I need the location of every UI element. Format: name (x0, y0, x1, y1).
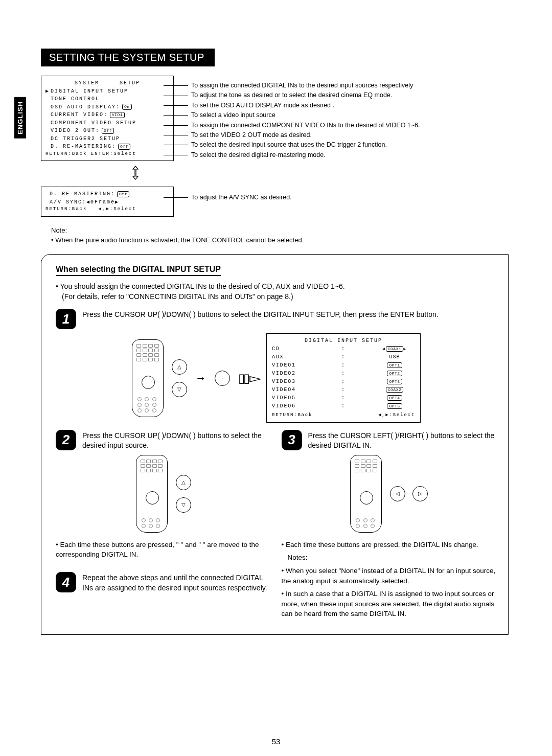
step-3-note-1: • Each time these buttons are pressed, t… (282, 540, 497, 550)
di-value-tag: OPT4 (387, 395, 402, 401)
description-line: To set the VIDEO 2 OUT mode as desired. (191, 130, 312, 140)
di-title: DIGITAL INPUT SETUP (272, 337, 415, 345)
description-line: To adjust the tone as desired or to sele… (191, 90, 392, 100)
osd-menu-line: TONE CONTROL (45, 95, 169, 103)
osd-menu-line: DC TRIGGER2 SETUP (45, 135, 169, 143)
di-row: VIDEO3:OPT3 (272, 378, 415, 386)
step-3-graphics: ◁ ▷ (282, 455, 497, 533)
di-row: AUX:USB (272, 353, 415, 361)
language-tab: ENGLISH (14, 97, 26, 139)
osd2-footer: RETURN:Back ◀,▶:Select (45, 206, 169, 213)
digital-input-osd: DIGITAL INPUT SETUP CD:◀COAX1▶AUX:USBVID… (266, 333, 421, 422)
di-footer-right: ◀,▶:Select (378, 411, 415, 419)
step-1-graphics: △ ▽ → ▫ ▯▯▻ DIGITAL INPUT SETUP CD:◀COAX… (56, 333, 497, 422)
di-row: VIDEO2:OPT2 (272, 370, 415, 378)
digital-input-setup-frame: When selecting the DIGITAL INPUT SETUP •… (41, 254, 509, 635)
di-row: CD:◀COAX1▶ (272, 345, 415, 353)
left-right-buttons-icon: ◁ ▷ (390, 486, 428, 501)
osd-popup-icon: ▯▯▻ (238, 371, 258, 385)
step-4-text: Repeat the above steps and until the con… (82, 572, 271, 593)
description-line: To assign the connected COMPONENT VIDEO … (191, 121, 420, 130)
osd-menu-line: D. RE-MASTERING:Off (45, 143, 169, 151)
step-3-note-3: • In such a case that a DIGITAL IN is as… (282, 589, 497, 619)
section-title-box: SETTING THE SYSTEM SETUP (41, 49, 215, 66)
di-row: VIDEO4:COAX2 (272, 386, 415, 394)
step-2: 2 Press the CURSOR UP( )/DOWN( ) buttons… (56, 430, 271, 451)
description-line: To assign the connected DIGITAL INs to t… (191, 81, 413, 90)
di-value-tag: COAX2 (386, 387, 404, 393)
intro-line-1: • You should assign the connected DIGITA… (56, 282, 345, 290)
note-text: • When the pure audio function is activa… (51, 236, 509, 245)
di-row: VIDEO1:OPT1 (272, 361, 415, 370)
osd-menu-line: ▶DIGITAL INPUT SETUP (45, 87, 169, 96)
osd-value-tag: Off (118, 144, 130, 150)
page-number: 53 (0, 737, 552, 746)
enter-button-icon: ▫ (215, 371, 230, 386)
arrow-right-icon: → (195, 372, 206, 385)
up-down-buttons-icon: △ ▽ (172, 359, 187, 397)
step-1-text: Press the CURSOR UP( )/DOWN( ) buttons t… (82, 309, 497, 320)
step-2-graphics: △ ▽ (56, 455, 271, 533)
desc-av-sync: To adjust the A/V SYNC as desired. (191, 193, 292, 202)
osd-title: SYSTEM SETUP (45, 79, 169, 87)
osd-menu-line: VIDEO 2 OUT:Off (45, 127, 169, 135)
description-line: To select a video input source (191, 110, 275, 120)
step-2-note: • Each time these buttons are pressed, "… (56, 540, 271, 560)
description-line: To select the desired input source that … (191, 140, 387, 150)
description-line: To select the desired digital re-masteri… (191, 150, 326, 160)
di-value-tag: OPT3 (387, 379, 402, 384)
descriptions-column: To assign the connected DIGITAL INs to t… (174, 76, 509, 202)
step-badge-1: 1 (56, 309, 76, 329)
osd-menu-line: D. RE-MASTERING:Off (45, 190, 169, 198)
di-value-tag: OPT5 (387, 403, 402, 409)
system-setup-diagram: SYSTEM SETUP ▶DIGITAL INPUT SETUP TONE C… (41, 76, 509, 217)
osd-system-setup: SYSTEM SETUP ▶DIGITAL INPUT SETUP TONE C… (41, 76, 174, 161)
osd-value-tag: On (122, 104, 132, 110)
osd-value-tag: Off (117, 191, 129, 197)
osd-menu-line: A/V SYNC:◀0Frame▶ (45, 198, 169, 207)
di-row: VIDEO6:OPT5 (272, 402, 415, 410)
note-block: Note: • When the pure audio function is … (51, 226, 509, 244)
step-3-text: Press the CURSOR LEFT( )/RIGHT( ) button… (308, 430, 497, 451)
di-value-tag: OPT1 (387, 362, 402, 368)
osd-remaster-sync: D. RE-MASTERING:Off A/V SYNC:◀0Frame▶ RE… (41, 187, 174, 217)
di-value-tag: OPT2 (387, 371, 402, 376)
step-1: 1 Press the CURSOR UP( )/DOWN( ) buttons… (56, 309, 497, 329)
note-label: Note: (51, 226, 509, 235)
step-badge-2: 2 (56, 430, 76, 450)
step-4: 4 Repeat the above steps and until the c… (56, 572, 271, 593)
description-line: To set the OSD AUTO DISPLAY mode as desi… (191, 101, 334, 110)
di-value-tag: COAX1 (386, 346, 404, 352)
remote-icon (350, 455, 382, 533)
step-badge-4: 4 (56, 572, 76, 592)
step-2-text: Press the CURSOR UP( )/DOWN( ) buttons t… (82, 430, 271, 451)
osd-footer: RETURN:Back ENTER:Select (45, 151, 169, 158)
step-3-notes-label: Notes: (288, 553, 497, 563)
scroll-arrows-icon (97, 165, 174, 182)
osd-menu-line: CURRENT VIDEO:VID1 (45, 111, 169, 119)
di-row: VIDEO5:OPT4 (272, 394, 415, 402)
di-footer-left: RETURN:Back (272, 411, 312, 419)
osd-value-tag: Off (102, 128, 114, 134)
subsection-title: When selecting the DIGITAL INPUT SETUP (56, 265, 221, 276)
remote-icon (132, 339, 164, 417)
step-3-note-2: • When you select "None" instead of a DI… (282, 566, 497, 586)
osd-menu-line: COMPONENT VIDEO SETUP (45, 119, 169, 127)
osd-value-tag: VID1 (110, 112, 125, 118)
intro-line-2: (For details, refer to "CONNECTING DIGIT… (62, 292, 293, 301)
step-badge-3: 3 (282, 430, 302, 450)
step-3: 3 Press the CURSOR LEFT( )/RIGHT( ) butt… (282, 430, 497, 451)
remote-icon (136, 455, 168, 533)
section-title: SETTING THE SYSTEM SETUP (49, 52, 204, 63)
osd-menu-line: OSD AUTO DISPLAY:On (45, 103, 169, 111)
up-down-buttons-icon: △ ▽ (176, 475, 191, 513)
